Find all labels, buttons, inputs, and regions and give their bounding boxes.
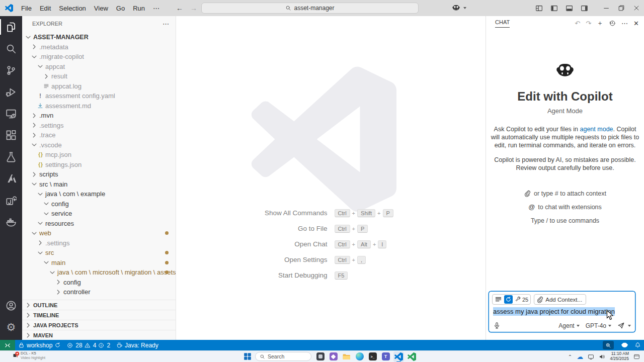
chat-input-field[interactable]: assess my java project for cloud migrati…	[489, 305, 635, 315]
tree-item[interactable]: result	[22, 71, 176, 81]
customize-layout-icon[interactable]	[531, 0, 546, 16]
activitybar-extensions[interactable]	[0, 124, 22, 146]
tree-item[interactable]: .mvn	[22, 111, 176, 121]
java-status-item[interactable]: Java: Ready	[113, 340, 162, 350]
accounts-button[interactable]	[0, 295, 22, 316]
taskbar-app-vscode[interactable]	[393, 351, 404, 362]
problems-status-item[interactable]: 28 4 2	[64, 340, 113, 350]
activitybar-java-deploy[interactable]	[0, 189, 22, 211]
microphone-icon[interactable]	[493, 322, 501, 329]
tree-item[interactable]: web	[22, 228, 176, 238]
add-context-button[interactable]: Add Context...	[534, 294, 586, 305]
mode-picker[interactable]: Agent	[558, 322, 579, 329]
tree-item[interactable]: main	[22, 258, 176, 268]
menu-view[interactable]: View	[90, 5, 112, 12]
tree-item[interactable]: config	[22, 278, 176, 288]
activitybar-remote-explorer[interactable]	[0, 103, 22, 124]
tree-item[interactable]: appcat.log	[22, 81, 176, 92]
activitybar-azure[interactable]	[0, 167, 22, 189]
tray-expand-icon[interactable]: ⌃	[568, 354, 572, 359]
taskbar-app-dev-app[interactable]	[328, 351, 339, 362]
view-list-icon[interactable]	[495, 296, 502, 303]
tree-item[interactable]: !assessment config.yaml	[22, 91, 176, 101]
manage-button[interactable]: ⚙	[0, 316, 22, 338]
activitybar-explorer[interactable]	[0, 16, 22, 38]
auto-approve-toggle-icon[interactable]	[504, 295, 513, 304]
menu-go[interactable]: Go	[112, 5, 129, 12]
tree-item[interactable]: .trace	[22, 130, 176, 140]
back-icon[interactable]: ←	[176, 4, 183, 12]
branch-status-item[interactable]: workshop	[15, 340, 64, 350]
send-button[interactable]	[617, 322, 631, 329]
start-button-icon[interactable]	[244, 352, 252, 360]
explorer-more-actions-icon[interactable]: ⋯	[163, 20, 170, 28]
menu-file[interactable]: File	[17, 5, 36, 12]
taskbar-app-file-explorer[interactable]	[341, 351, 352, 362]
model-picker[interactable]: GPT-4o	[586, 322, 611, 329]
statusbar-copilot-button[interactable]	[618, 341, 631, 349]
tree-item[interactable]: .settings	[22, 238, 176, 248]
toggle-panel-icon[interactable]	[561, 0, 577, 16]
taskbar-app-vscode-insiders[interactable]	[407, 351, 417, 362]
close-button[interactable]	[629, 0, 644, 16]
tree-item[interactable]: .migrate-copilot	[22, 52, 176, 62]
chat-history-icon[interactable]	[609, 20, 616, 27]
menu-edit[interactable]: Edit	[36, 5, 55, 12]
toggle-secondary-sidebar-icon[interactable]	[577, 0, 592, 16]
tree-item[interactable]: config	[22, 199, 176, 209]
activitybar-search[interactable]	[0, 38, 22, 59]
activitybar-run-and-debug[interactable]	[0, 81, 22, 103]
taskbar-app-terminal[interactable]: >_	[367, 351, 378, 362]
command-center-search[interactable]: asset-manager	[201, 3, 419, 14]
tree-item[interactable]: resources	[22, 219, 176, 229]
tree-item[interactable]: .settings	[22, 121, 176, 131]
section-java-projects[interactable]: JAVA PROJECTS	[22, 320, 176, 330]
onedrive-cloud-icon[interactable]: ☁	[577, 353, 583, 360]
remote-indicator[interactable]	[0, 340, 15, 350]
tree-item[interactable]: service	[22, 209, 176, 219]
chat-close-icon[interactable]: ✕	[633, 20, 639, 27]
taskbar-search[interactable]: Search	[255, 352, 311, 361]
forward-icon[interactable]: →	[190, 4, 197, 12]
taskbar-app-edge[interactable]	[354, 351, 365, 362]
activitybar-docker[interactable]	[0, 211, 22, 232]
undo-icon[interactable]: ↶	[575, 20, 580, 27]
tree-item[interactable]: { }settings.json	[22, 160, 176, 170]
tree-item[interactable]: .vscode	[22, 140, 176, 150]
section-outline[interactable]: OUTLINE	[22, 300, 176, 310]
titlebar-copilot-button[interactable]	[452, 4, 466, 12]
chat-input-box[interactable]: 25 Add Context... assess my java project…	[489, 291, 635, 332]
restore-button[interactable]	[614, 0, 629, 16]
zoom-indicator[interactable]	[603, 341, 614, 349]
tree-item[interactable]: .metadata	[22, 42, 176, 52]
tools-button[interactable]: 25	[515, 296, 528, 303]
new-chat-icon[interactable]: ＋	[597, 19, 603, 28]
section-timeline[interactable]: TIMELINE	[22, 310, 176, 320]
menu-run[interactable]: Run	[129, 5, 149, 12]
taskbar-app-teams[interactable]: T	[380, 351, 391, 362]
tree-item[interactable]: src	[22, 248, 176, 258]
activitybar-testing[interactable]	[0, 146, 22, 167]
notification-center-icon[interactable]	[633, 353, 640, 360]
notifications-bell-icon[interactable]	[631, 342, 644, 348]
agent-mode-link[interactable]: agent mode	[580, 126, 613, 133]
taskbar-clock[interactable]: 11:10 AM 4/25/2025	[610, 351, 629, 361]
section-maven[interactable]: MAVEN	[22, 330, 176, 340]
minimize-button[interactable]	[599, 0, 614, 16]
tree-item[interactable]: scripts	[22, 169, 176, 179]
activitybar-source-control[interactable]	[0, 59, 22, 81]
toggle-sidebar-icon[interactable]	[546, 0, 561, 16]
tree-item[interactable]: assessment.md	[22, 101, 176, 111]
tab-chat[interactable]: CHAT	[495, 19, 510, 28]
tree-item[interactable]: java \ com \ microsoft \ migration \ ass…	[22, 267, 176, 278]
speaker-icon[interactable]	[599, 353, 605, 360]
tree-item[interactable]: java \ com \ example	[22, 189, 176, 199]
tree-item[interactable]: appcat	[22, 62, 176, 72]
display-icon[interactable]	[588, 353, 594, 360]
tree-item[interactable]: src \ main	[22, 179, 176, 190]
chat-more-actions-icon[interactable]: ⋯	[621, 20, 628, 27]
menubar-overflow-icon[interactable]: ⋯	[149, 5, 164, 12]
redo-icon[interactable]: ↷	[586, 20, 591, 27]
tree-item[interactable]: ASSET-MANAGER	[22, 32, 176, 42]
tree-item[interactable]: controller	[22, 287, 176, 297]
